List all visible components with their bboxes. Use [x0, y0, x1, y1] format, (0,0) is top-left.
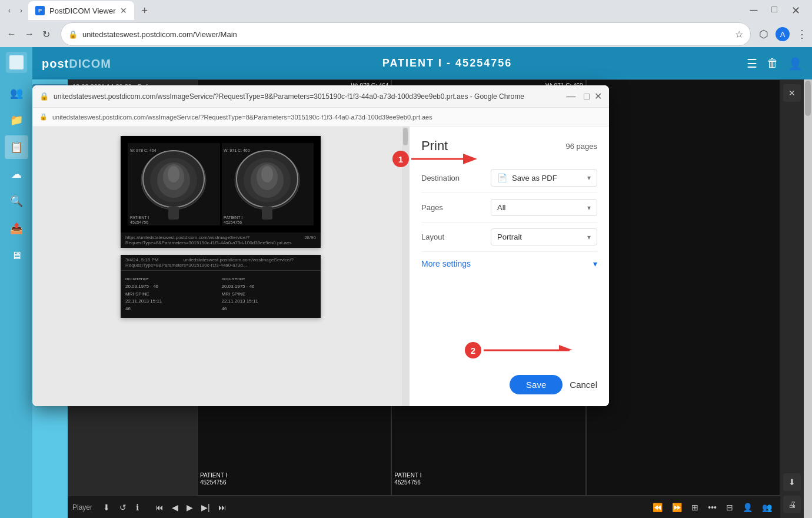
layout-select[interactable]: Portrait ▾ — [491, 228, 597, 245]
pdf-preview-area: W: 978 C: 464 PATIENT I 45254756 — [32, 127, 409, 406]
preview-scrollbar[interactable] — [402, 127, 409, 406]
svg-text:W: 978 C: 464: W: 978 C: 464 — [130, 148, 157, 152]
tab-back-btn[interactable]: ‹ — [5, 4, 14, 17]
pages-row: Pages All ▾ — [421, 193, 597, 223]
new-tab-button[interactable]: + — [137, 2, 152, 19]
patient-title: PATIENT I - 45254756 — [148, 57, 747, 69]
url-display: unitedstateswest.postdicom.com/Viewer/Ma… — [82, 30, 730, 39]
sidebar-folder-icon[interactable]: 📁 — [5, 108, 28, 132]
star-icon[interactable]: ☆ — [735, 29, 743, 40]
annotation-1-arrow — [409, 150, 480, 168]
annotation-2-arrow — [481, 341, 575, 359]
player-settings[interactable]: 👥 — [758, 500, 776, 514]
player-info[interactable]: ℹ — [132, 500, 142, 514]
pages-count: 96 pages — [566, 142, 598, 151]
player-layout[interactable]: ⊟ — [723, 500, 737, 514]
top-bar: postDICOM PATIENT I - 45254756 ☰ 🗑 👤 — [32, 47, 812, 79]
player-users[interactable]: 👤 — [739, 500, 756, 514]
close-icon[interactable]: ✕ — [791, 4, 800, 17]
minimize-icon[interactable]: ─ — [750, 4, 758, 17]
player-download[interactable]: ⬇ — [99, 500, 114, 514]
svg-point-11 — [168, 166, 179, 182]
player-rewind[interactable]: ⏪ — [649, 500, 666, 514]
trash-icon[interactable]: 🗑 — [767, 57, 778, 71]
dialog-addr-bar: 🔒 unitedstateswest.postdicom.com/wssImag… — [32, 108, 609, 127]
print-settings-panel: Print 96 pages Destination 📄 — [409, 127, 609, 406]
right-panel: ✕ ⬇ 🖨 — [780, 79, 804, 518]
extensions-icon[interactable]: ⬡ — [759, 28, 768, 41]
back-button[interactable]: ← — [5, 26, 19, 42]
top-bar-icons: ☰ 🗑 👤 — [747, 57, 803, 71]
pdf-page-2: 3/4/24, 5:15 PM unitedstateswest.postdic… — [121, 255, 321, 318]
forward-button[interactable]: → — [22, 26, 36, 42]
layout-row: Layout Portrait ▾ — [421, 223, 597, 252]
left-sidebar: 👥 📁 📋 ☁ 🔍 📤 🖥 — [0, 47, 32, 518]
page2-col1: occurrence 20.03.1975 - 46 MRI SPINE 22.… — [125, 275, 220, 313]
player-more[interactable]: ••• — [704, 500, 720, 514]
player-grid[interactable]: ⊞ — [688, 500, 702, 514]
svg-rect-13 — [168, 207, 179, 220]
pdf-file-icon: 📄 — [497, 173, 507, 182]
dialog-url-display: unitedstateswest.postdicom.com/wssImageS… — [54, 92, 558, 101]
svg-point-22 — [261, 166, 273, 182]
user-icon[interactable]: 👤 — [788, 57, 803, 71]
close-panel-btn[interactable]: ✕ — [783, 84, 801, 102]
sidebar-share-icon[interactable]: 📤 — [5, 217, 28, 240]
pages-chevron-icon: ▾ — [587, 204, 591, 212]
tab-close-icon[interactable]: ✕ — [120, 6, 127, 15]
player-prev[interactable]: ◀ — [168, 500, 182, 514]
menu-icon[interactable]: ⋮ — [797, 28, 807, 41]
pdf-page-2-content: 3/4/24, 5:15 PM unitedstateswest.postdic… — [121, 255, 321, 318]
playback-controls: ⏮ ◀ ▶ ▶| ⏭ — [152, 500, 230, 514]
logo-icon — [6, 52, 27, 73]
dialog-title-bar: 🔒 unitedstateswest.postdicom.com/wssImag… — [32, 85, 609, 108]
sidebar-upload-icon[interactable]: ☁ — [5, 162, 28, 186]
player-refresh[interactable]: ↺ — [116, 500, 130, 514]
player-first[interactable]: ⏮ — [152, 500, 167, 514]
pages-select[interactable]: All ▾ — [491, 199, 597, 216]
pdf-page-1-content: W: 978 C: 464 PATIENT I 45254756 — [121, 136, 321, 233]
browser-tab[interactable]: P PostDICOM Viewer ✕ — [28, 1, 134, 20]
dialog-max-btn[interactable]: □ — [584, 91, 590, 102]
cancel-button[interactable]: Cancel — [570, 380, 597, 390]
address-bar[interactable]: 🔒 unitedstateswest.postdicom.com/Viewer/… — [61, 22, 751, 46]
preview-scrollbar-thumb[interactable] — [403, 128, 408, 145]
page2-header: 3/4/24, 5:15 PM unitedstateswest.postdic… — [121, 255, 321, 271]
dialog-min-btn[interactable]: — — [563, 90, 579, 103]
destination-select[interactable]: 📄 Save as PDF ▾ — [491, 169, 597, 187]
tab-forward-btn[interactable]: › — [16, 4, 26, 17]
pdf-page-1: W: 978 C: 464 PATIENT I 45254756 — [121, 136, 321, 248]
layout-label: Layout — [421, 233, 486, 241]
sidebar-patients-icon[interactable]: 👥 — [5, 81, 28, 105]
download-right-btn[interactable]: ⬇ — [783, 473, 801, 491]
maximize-icon[interactable]: □ — [771, 4, 777, 17]
player-label: Player — [72, 503, 92, 512]
panel1-patient: PATIENT I — [200, 472, 227, 479]
viewer-area: ⊞ 🔧 👤 « 📝 ⬇ 🖨 ⚙ 🗑 🔒 ••• — [32, 79, 812, 518]
pdf-page-footer: https://unitedstateswest.postdicom.com/w… — [121, 233, 321, 248]
print-actions: Save Cancel — [421, 363, 597, 394]
dialog-close-btn[interactable]: ✕ — [594, 91, 602, 102]
list-icon[interactable]: ☰ — [747, 57, 757, 71]
player-last[interactable]: ⏭ — [215, 500, 230, 514]
more-settings-row[interactable]: More settings ▾ — [421, 252, 597, 275]
sidebar-search-icon[interactable]: 🔍 — [5, 190, 28, 213]
player-ff[interactable]: ⏩ — [668, 500, 685, 514]
player-play[interactable]: ▶ — [183, 500, 197, 514]
player-next[interactable]: ▶| — [198, 500, 214, 514]
print-right-btn[interactable]: 🖨 — [783, 496, 801, 513]
svg-text:PATIENT I: PATIENT I — [224, 215, 242, 220]
sidebar-monitor-icon[interactable]: 🖥 — [5, 244, 28, 267]
tab-bar: ‹ › P PostDICOM Viewer ✕ + ─ □ ✕ — [0, 0, 812, 21]
reload-button[interactable]: ↻ — [40, 26, 52, 42]
sidebar-viewer-icon[interactable]: 📋 — [5, 135, 28, 159]
right-scrollbar[interactable] — [804, 79, 812, 518]
svg-text:45254756: 45254756 — [224, 220, 242, 224]
profile-icon[interactable]: A — [776, 27, 790, 41]
app-logo: postDICOM — [42, 56, 148, 71]
annotation-2: 2 — [465, 341, 575, 359]
pages-value: All — [497, 203, 587, 212]
scrollbar-thumb[interactable] — [805, 81, 811, 116]
save-button[interactable]: Save — [510, 375, 563, 394]
svg-text:45254756: 45254756 — [130, 220, 148, 224]
